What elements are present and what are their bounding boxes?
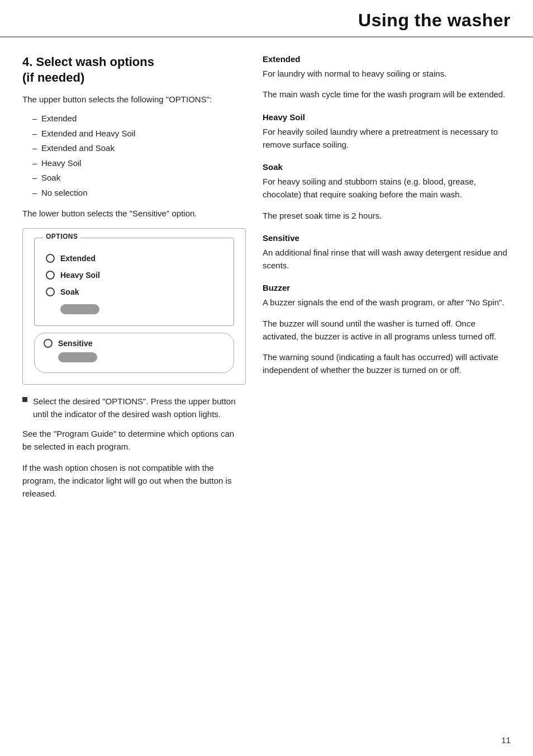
- list-item: Extended and Soak: [32, 142, 246, 155]
- option-row-extended: Extended: [46, 254, 222, 263]
- options-fieldset: OPTIONS Extended Heavy Soil Soak: [34, 238, 234, 326]
- lower-button-text: The lower button selects the "Sensitive"…: [22, 207, 246, 220]
- section-heavysoil: Heavy Soil For heavily soiled laundry wh…: [263, 112, 511, 152]
- page-title: Using the washer: [22, 10, 511, 31]
- sensitive-wrapper: Sensitive: [34, 333, 234, 373]
- option-row-soak: Soak: [46, 287, 222, 296]
- content-area: 4. Select wash options(if needed) The up…: [0, 37, 533, 530]
- section-buzzer: Buzzer A buzzer signals the end of the w…: [263, 283, 511, 376]
- list-item: Extended: [32, 112, 246, 125]
- intro-text: The upper button selects the following "…: [22, 93, 246, 106]
- para2: If the wash option chosen is not compati…: [22, 461, 246, 500]
- page-header: Using the washer: [0, 0, 533, 37]
- options-legend: OPTIONS: [44, 233, 80, 240]
- diagram-inner: Extended Heavy Soil Soak: [46, 248, 222, 314]
- bullet-item: Select the desired "OPTIONS". Press the …: [22, 395, 246, 421]
- buzzer-para1: A buzzer signals the end of the wash pro…: [263, 296, 511, 309]
- option-row-heavysoil: Heavy Soil: [46, 271, 222, 280]
- subsection-title-extended: Extended: [263, 54, 511, 64]
- subsection-title-sensitive: Sensitive: [263, 233, 511, 243]
- extended-para2: The main wash cycle time for the wash pr…: [263, 88, 511, 101]
- left-column: 4. Select wash options(if needed) The up…: [22, 54, 246, 508]
- subsection-title-soak: Soak: [263, 162, 511, 172]
- radio-extended: [46, 254, 55, 263]
- list-item: Extended and Heavy Soil: [32, 127, 246, 140]
- extended-para1: For laundry with normal to heavy soiling…: [263, 67, 511, 80]
- bullet-text: Select the desired "OPTIONS". Press the …: [33, 395, 246, 421]
- grey-bar-2: [58, 352, 97, 362]
- section-soak: Soak For heavy soiling and stubborn stai…: [263, 162, 511, 222]
- subsection-title-heavysoil: Heavy Soil: [263, 112, 511, 122]
- option-label-extended: Extended: [60, 254, 96, 263]
- section-extended: Extended For laundry with normal to heav…: [263, 54, 511, 101]
- radio-heavysoil: [46, 271, 55, 280]
- buzzer-para3: The warning sound (indicating a fault ha…: [263, 351, 511, 377]
- radio-sensitive: [44, 339, 53, 348]
- bullet-section: Select the desired "OPTIONS". Press the …: [22, 395, 246, 421]
- option-label-sensitive: Sensitive: [58, 339, 92, 348]
- page-number: 11: [501, 735, 511, 745]
- bullet-icon: [22, 397, 27, 402]
- option-row-sensitive: Sensitive: [44, 339, 225, 348]
- buzzer-para2: The buzzer will sound until the washer i…: [263, 317, 511, 343]
- list-item: No selection: [32, 187, 246, 200]
- list-item: Heavy Soil: [32, 157, 246, 170]
- soak-para2: The preset soak time is 2 hours.: [263, 209, 511, 222]
- para1: See the "Program Guide" to determine whi…: [22, 427, 246, 453]
- options-list: Extended Extended and Heavy Soil Extende…: [32, 112, 246, 199]
- heavysoil-para1: For heavily soiled laundry where a pretr…: [263, 125, 511, 152]
- right-column: Extended For laundry with normal to heav…: [263, 54, 511, 508]
- radio-soak: [46, 287, 55, 296]
- option-label-heavysoil: Heavy Soil: [60, 271, 100, 280]
- soak-para1: For heavy soiling and stubborn stains (e…: [263, 175, 511, 201]
- section-title: 4. Select wash options(if needed): [22, 54, 246, 85]
- list-item: Soak: [32, 172, 246, 185]
- grey-bar-1: [60, 304, 99, 314]
- diagram-box: OPTIONS Extended Heavy Soil Soak: [22, 228, 246, 385]
- section-sensitive: Sensitive An additional final rinse that…: [263, 233, 511, 272]
- option-label-soak: Soak: [60, 287, 79, 296]
- sensitive-section: Sensitive: [34, 333, 234, 373]
- subsection-title-buzzer: Buzzer: [263, 283, 511, 292]
- sensitive-para1: An additional final rinse that will wash…: [263, 246, 511, 272]
